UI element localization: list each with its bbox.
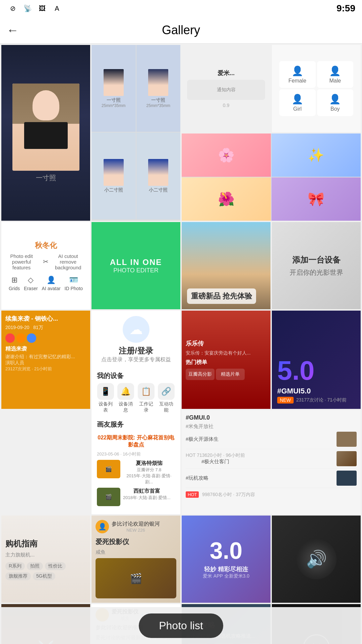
back-button[interactable]: ←	[7, 23, 19, 37]
new-badge: NEW	[277, 397, 294, 404]
gallery-grid: 一寸照 一寸照 25mm*35mm 一寸照 25mm*35mm	[0, 44, 362, 644]
grid-item-projector-product[interactable]: 👤 参比讨论欢迎的银河 NEW 226 爱死投影仪 咸鱼 🎬	[92, 516, 180, 603]
grid-item-social-login[interactable]: ☁ 注册/登录 点击登录，享受更多专属权益 我的设备 📱 设备列表 🔔 设备消息…	[92, 311, 180, 514]
open-world-text: 开启你的光影世界	[290, 268, 343, 277]
grid-item-profile-icons[interactable]: 👤 Female 👤 Male 👤 Girl 👤 Boy	[272, 45, 361, 132]
text-icon: A	[51, 2, 63, 14]
app-header: ← Gallery	[0, 17, 362, 44]
grid-item-app-screenshot[interactable]: 爱米... 通知内容 0.9	[182, 45, 270, 132]
grid-item-social-feed[interactable]: #GMUI.0 #米兔开放社 #极火开源体生 HOT 713620小时 · 96…	[182, 410, 361, 514]
status-bar: ⊘ 📡 🖼 A 9:59	[0, 0, 362, 17]
gmui-hashtag: #GMUI5.0	[277, 387, 311, 395]
photo-list-button[interactable]: Photo list	[139, 613, 223, 638]
grid-item-photo-editor[interactable]: 秋冬化 Photo editpowerful features ✂AI cuto…	[1, 222, 90, 309]
login-register-text: 注册/登录	[97, 345, 175, 356]
grid-item-green-editor[interactable]: ALL IN ONE PHOTO EDITER	[92, 222, 180, 309]
grid-item-gmui-5[interactable]: 5.0 #GMUI5.0 NEW 23177次讨论 · 71小时前	[272, 311, 361, 409]
purchase-guide-title: 购机指南	[5, 538, 38, 549]
projector-title: 爱死投影仪	[96, 537, 129, 546]
page-title: Gallery	[162, 23, 200, 37]
grid-item-portrait[interactable]: 一寸照	[1, 45, 90, 221]
grid-item-device-add[interactable]: 添加一台设备 开启你的光影世界	[272, 222, 361, 309]
signal-icon: 📡	[21, 2, 34, 14]
wifi-icon: ⊘	[7, 2, 19, 14]
photo-list-label: Photo list	[159, 620, 203, 632]
add-device-text: 添加一台设备	[292, 255, 341, 265]
photo-icon: 🖼	[36, 2, 48, 14]
grid-item-speaker[interactable]: 🔊	[272, 516, 361, 603]
grid-item-3-zero[interactable]: 3.0 轻妙 精彩尽相连 爱米 APP 全新爱米3.0	[182, 516, 270, 603]
grid-item-entertainment[interactable]: 乐乐传 安乐传：安宴庆旁边有个好人... 热门榜单 豆瓣高分影 精选片单	[182, 311, 270, 409]
status-icons: ⊘ 📡 🖼 A	[7, 2, 63, 14]
bottom-bar: Photo list	[0, 607, 362, 644]
grid-item-anime[interactable]: 🌸 ✨ 🌺 🎀	[182, 133, 361, 221]
grid-item-tech-product[interactable]: 重磅新品 抢先体验	[182, 222, 270, 309]
grid-item-id-2x2[interactable]: 一寸照 25mm*35mm 一寸照 25mm*35mm 小二寸照 小二寸照	[92, 45, 180, 221]
all-in-one-text: ALL IN ONE	[110, 258, 162, 267]
grid-item-movie-app[interactable]: 续集来袭 - 钢铁心... 2019-09-20 81万 精选来袭 谢谢介绍：有…	[1, 311, 90, 409]
status-time: 9:59	[337, 3, 355, 14]
grid-item-purchase-guide[interactable]: 购机指南 主力旗舰机... R系列 拍照 性价比 旗舰推荐 5G机型	[1, 516, 90, 603]
photo-editer-text: PHOTO EDITER	[113, 267, 159, 274]
